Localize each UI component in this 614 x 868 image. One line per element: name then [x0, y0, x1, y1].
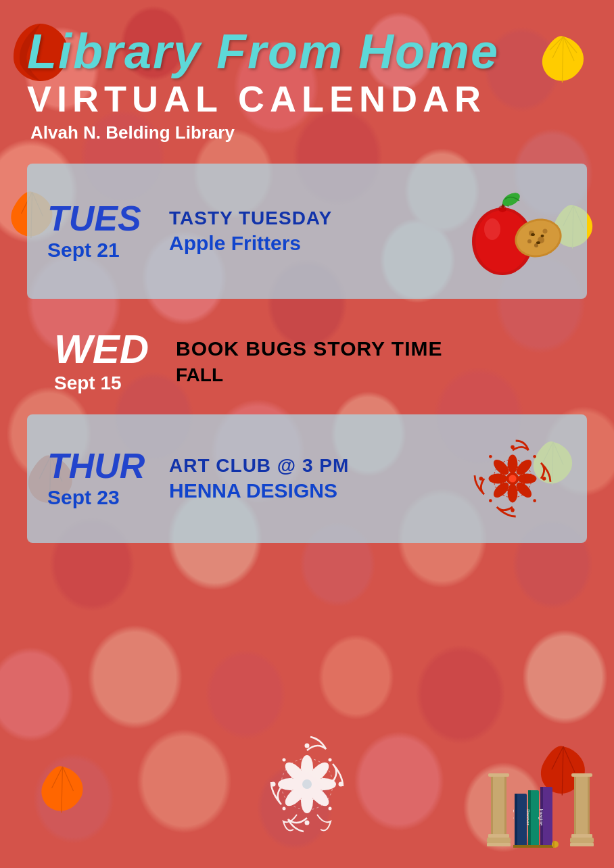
svg-point-16 — [509, 475, 516, 483]
event-date-tues: Sept 21 — [47, 239, 156, 262]
event-info-wed: BOOK BUGS STORY TIME FALL — [162, 337, 560, 386]
svg-rect-77 — [588, 777, 590, 834]
svg-rect-59 — [488, 834, 509, 838]
library-columns-decoration: Explore Discover Imagine — [487, 767, 594, 848]
henna-bottom-icon — [233, 727, 381, 842]
svg-point-32 — [533, 500, 536, 503]
event-title-tues: TASTY TUESDAY — [169, 208, 458, 229]
event-day-tues: TUES — [47, 201, 156, 236]
svg-point-2 — [484, 218, 500, 240]
svg-point-20 — [517, 474, 536, 484]
library-name: Alvah N. Belding Library — [30, 122, 587, 143]
henna-bottom-decoration — [233, 727, 381, 844]
svg-point-27 — [511, 508, 515, 512]
svg-point-19 — [489, 474, 508, 484]
event-title-thur: ART CLUB @ 3 PM — [169, 455, 458, 477]
event-desc-thur: HENNA DESIGNS — [169, 479, 458, 502]
event-day-col-tues: TUES Sept 21 — [47, 201, 156, 262]
svg-rect-75 — [575, 777, 588, 834]
event-day-col-thur: THUR Sept 23 — [47, 448, 156, 509]
event-day-thur: THUR — [47, 448, 156, 483]
svg-rect-58 — [504, 777, 506, 834]
apple-fritter-icon — [458, 180, 567, 282]
svg-point-17 — [508, 455, 518, 474]
henna-design-icon — [465, 431, 560, 526]
event-desc-wed: FALL — [176, 364, 560, 386]
svg-rect-55 — [488, 773, 509, 777]
svg-rect-74 — [571, 773, 592, 777]
svg-point-45 — [305, 744, 310, 748]
event-info-thur: ART CLUB @ 3 PM HENNA DESIGNS — [156, 455, 458, 502]
svg-rect-78 — [571, 834, 592, 838]
main-title: Library From Home — [27, 27, 587, 76]
svg-point-18 — [508, 484, 518, 503]
svg-point-26 — [542, 477, 546, 481]
svg-point-12 — [531, 233, 535, 236]
svg-rect-80 — [570, 843, 594, 846]
svg-text:Imagine: Imagine — [538, 809, 544, 826]
svg-point-72 — [552, 841, 559, 848]
event-desc-tues: Apple Fritters — [169, 232, 458, 255]
svg-rect-56 — [492, 777, 505, 834]
svg-point-13 — [541, 235, 544, 237]
svg-point-51 — [283, 807, 286, 811]
svg-point-47 — [305, 821, 310, 825]
svg-point-29 — [489, 455, 492, 458]
svg-point-31 — [489, 500, 492, 503]
event-card-thur: THUR Sept 23 ART CLUB @ 3 PM HENNA DESIG… — [27, 414, 587, 543]
svg-rect-73 — [553, 841, 554, 848]
svg-point-28 — [479, 477, 483, 481]
svg-point-46 — [339, 782, 344, 787]
svg-point-50 — [329, 758, 332, 762]
svg-point-11 — [527, 239, 532, 243]
books-icon: Explore Discover Imagine — [513, 780, 567, 848]
svg-rect-61 — [487, 843, 511, 846]
event-date-thur: Sept 23 — [47, 486, 156, 509]
svg-point-52 — [329, 807, 332, 811]
svg-point-49 — [283, 758, 286, 762]
svg-point-4 — [498, 206, 506, 212]
header: Library From Home VIRTUAL CALENDAR Alvah… — [27, 14, 587, 143]
svg-point-25 — [511, 445, 515, 450]
svg-point-48 — [271, 782, 276, 787]
svg-point-14 — [536, 241, 540, 244]
event-day-wed: WED — [54, 329, 162, 370]
svg-rect-76 — [574, 777, 576, 834]
svg-rect-60 — [487, 838, 511, 843]
svg-point-10 — [543, 229, 548, 234]
event-card-wed: WED Sept 15 BOOK BUGS STORY TIME FALL — [27, 316, 587, 408]
event-date-wed: Sept 15 — [54, 372, 162, 394]
svg-rect-71 — [513, 845, 554, 848]
svg-point-36 — [302, 779, 312, 789]
column-1-icon — [487, 767, 511, 848]
event-day-col-wed: WED Sept 15 — [54, 329, 162, 394]
svg-text:Explore: Explore — [513, 809, 515, 825]
svg-point-30 — [533, 455, 536, 458]
event-card-tues: TUES Sept 21 TASTY TUESDAY Apple Fritter… — [27, 164, 587, 299]
svg-text:Discover: Discover — [526, 809, 530, 825]
svg-rect-57 — [491, 777, 493, 834]
event-icon-thur — [458, 431, 567, 526]
subtitle: VIRTUAL CALENDAR — [27, 79, 587, 119]
svg-rect-79 — [570, 838, 594, 843]
event-info-tues: TASTY TUESDAY Apple Fritters — [156, 208, 458, 255]
event-icon-tues — [458, 180, 567, 282]
column-2-icon — [570, 767, 594, 848]
event-title-wed: BOOK BUGS STORY TIME — [176, 337, 560, 360]
